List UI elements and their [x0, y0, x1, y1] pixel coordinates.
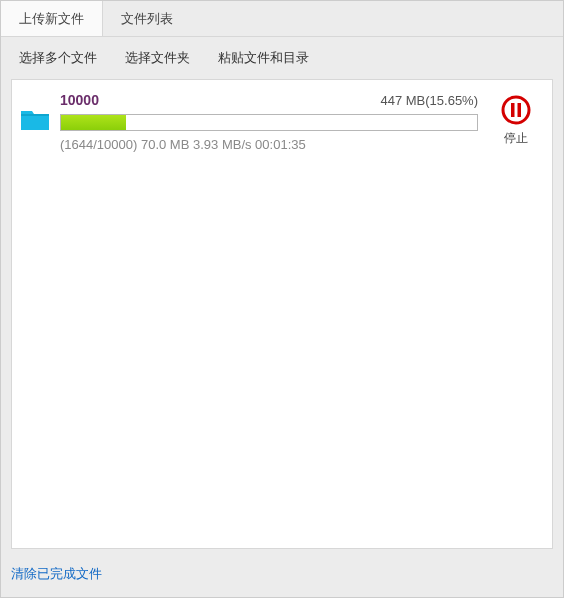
- upload-size: 447 MB: [380, 93, 425, 108]
- action-column: 停止: [488, 94, 544, 147]
- svg-point-1: [503, 97, 529, 123]
- progress-track: [60, 114, 478, 131]
- pause-label: 停止: [504, 130, 528, 147]
- folder-icon: [20, 108, 50, 132]
- svg-rect-2: [511, 103, 515, 117]
- tab-upload-new[interactable]: 上传新文件: [1, 1, 103, 36]
- tab-file-list[interactable]: 文件列表: [103, 1, 191, 36]
- pause-button[interactable]: [500, 94, 532, 126]
- svg-rect-0: [21, 114, 49, 116]
- upload-item-name: 10000: [60, 92, 99, 108]
- toolbar: 选择多个文件 选择文件夹 粘贴文件和目录: [1, 37, 563, 79]
- progress-bar: [61, 115, 126, 130]
- tabs: 上传新文件 文件列表: [1, 1, 563, 37]
- upload-row: 10000 447 MB(15.65%) (1644/10000) 70.0 M…: [20, 92, 544, 152]
- select-multiple-files-button[interactable]: 选择多个文件: [19, 49, 97, 67]
- svg-rect-3: [518, 103, 522, 117]
- select-folder-button[interactable]: 选择文件夹: [125, 49, 190, 67]
- upload-window: 上传新文件 文件列表 选择多个文件 选择文件夹 粘贴文件和目录 10000 44…: [0, 0, 564, 598]
- footer: 清除已完成文件: [1, 557, 563, 597]
- progress-column: 10000 447 MB(15.65%) (1644/10000) 70.0 M…: [60, 92, 478, 152]
- upload-stats: (1644/10000) 70.0 MB 3.93 MB/s 00:01:35: [60, 137, 478, 152]
- clear-completed-link[interactable]: 清除已完成文件: [11, 566, 102, 581]
- upload-percent: (15.65%): [425, 93, 478, 108]
- upload-list[interactable]: 10000 447 MB(15.65%) (1644/10000) 70.0 M…: [11, 79, 553, 549]
- upload-size-info: 447 MB(15.65%): [380, 93, 478, 108]
- paste-files-dirs-button[interactable]: 粘贴文件和目录: [218, 49, 309, 67]
